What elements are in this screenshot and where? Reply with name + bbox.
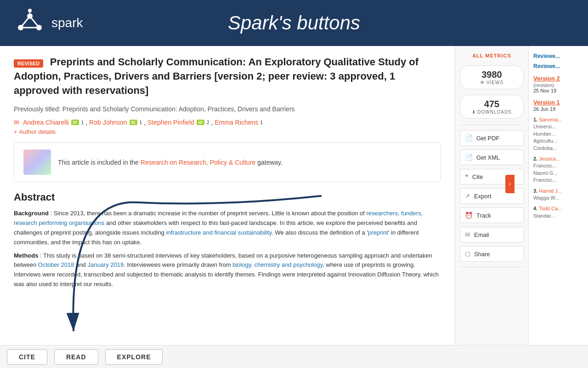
download-icon: ⬇ — [472, 109, 476, 115]
author-stephen[interactable]: Stephen Pinfield — [147, 119, 194, 126]
abstract-background: Background : Since 2013, there has been … — [14, 209, 441, 247]
version-2-date: 25 Nov 19 — [533, 88, 583, 93]
spark-logo-icon — [14, 7, 46, 39]
version-1-date: 26 Jun 19 — [533, 106, 583, 112]
cite-icon: ❝ — [465, 173, 469, 180]
authors-line: ✉ Andrea Chiarelli iD 1, Rob Johnson iD … — [14, 119, 441, 126]
orcid-badge-2: iD — [130, 120, 137, 125]
main-container: REVISED Preprints and Scholarly Communic… — [0, 46, 588, 368]
ref-num-3: 3. — [533, 188, 537, 194]
article-title-area: REVISED Preprints and Scholarly Communic… — [14, 55, 441, 98]
plus-icon: + — [14, 128, 17, 135]
methods-label: Methods — [14, 252, 38, 259]
ref-item-1: 1. Sarvena... Universi...Humber...Agricu… — [533, 116, 583, 152]
orcid-badge-1: iD — [71, 120, 79, 125]
ref-name-4: Todd Ca... — [539, 206, 562, 211]
pdf-icon: 📄 — [465, 134, 473, 142]
read-bottom-button[interactable]: READ — [54, 349, 98, 365]
sup-2: 1 — [140, 120, 142, 125]
author-details-link[interactable]: + Author details — [14, 128, 441, 135]
ref-name-3: Hamid J... — [539, 188, 562, 194]
orcid-badge-3: iD — [197, 120, 204, 125]
gateway-box: This article is included in the Research… — [14, 142, 441, 182]
sup-1: 1 — [81, 120, 84, 125]
downloads-count: 475 — [464, 99, 520, 109]
gateway-thumbnail — [23, 150, 51, 175]
reviewer-label-2: Reviewe... — [533, 63, 583, 69]
get-xml-button[interactable]: 📄 Get XML — [460, 150, 524, 165]
ref-inst-1: Universi...Humber...Agricultu...Córdoba.… — [533, 123, 583, 152]
metrics-header: ALL METRICS — [460, 53, 524, 61]
logo-text: spark — [51, 16, 83, 30]
ref-name-1: Sarvena... — [539, 117, 562, 122]
abstract-methods: Methods : This study is based on 38 semi… — [14, 251, 441, 289]
gateway-link[interactable]: Research on Research, Policy & Culture — [141, 159, 256, 166]
svg-point-6 — [28, 9, 32, 12]
xml-icon: 📄 — [465, 154, 473, 161]
version-2-item: Version 2 (revision) 25 Nov 19 — [533, 74, 583, 93]
version-1-link[interactable]: Version 1 — [533, 99, 560, 106]
page-title: Spark's buttons — [228, 12, 360, 34]
email-icon: ✉ — [14, 119, 19, 126]
export-label: Export — [474, 193, 492, 200]
previously-titled: Previously titled: Preprints and Scholar… — [14, 104, 441, 114]
bottom-bar: CITE READ EXPLORE — [0, 345, 588, 368]
background-text: : Since 2013, there has been a dramatic … — [14, 210, 423, 245]
views-label: 👁 VIEWS — [464, 80, 520, 85]
get-pdf-button[interactable]: 📄 Get PDF — [460, 130, 524, 146]
svg-line-4 — [30, 16, 39, 28]
email-label: Email — [474, 231, 489, 238]
ref-num-4: 4. — [533, 206, 537, 211]
author-andrea[interactable]: Andrea Chiarelli — [23, 119, 69, 126]
ref-item-3: 3. Hamid J... Wagga W... — [533, 188, 583, 202]
gateway-prefix: This article is included in the — [58, 159, 139, 166]
ref-item-4: 4. Todd Ca... Standar... — [533, 205, 583, 219]
content-area: REVISED Preprints and Scholarly Communic… — [0, 46, 455, 368]
cite-label: Cite — [472, 173, 483, 180]
author-rob[interactable]: Rob Johnson — [89, 119, 127, 126]
version-2-link[interactable]: Version 2 — [533, 75, 560, 82]
ref-inst-3: Wagga W... — [533, 195, 583, 201]
share-label: Share — [474, 251, 490, 258]
right-sidebar: ALL METRICS 3980 👁 VIEWS 475 ⬇ DOWNLOADS… — [455, 46, 528, 368]
ref-num-2: 2. — [533, 156, 537, 161]
abstract-section: Abstract Background : Since 2013, there … — [14, 191, 441, 289]
gateway-suffix: gateway. — [257, 159, 283, 166]
views-metric: 3980 👁 VIEWS — [460, 65, 524, 89]
ref-num-1: 1. — [533, 117, 537, 122]
version-1-item: Version 1 26 Jun 19 — [533, 98, 583, 112]
cite-bottom-button[interactable]: CITE — [7, 349, 47, 365]
methods-text: : This study is based on 38 semi-structu… — [14, 252, 439, 288]
track-icon: ⏰ — [465, 212, 473, 219]
share-icon: ⬡ — [465, 250, 470, 258]
abstract-title: Abstract — [14, 191, 441, 203]
sup-3: 2 — [207, 120, 209, 125]
ref-inst-2: Francisc...Naomi G...Francisc... — [533, 162, 583, 184]
header: spark Spark's buttons — [0, 0, 588, 46]
explore-bottom-label: EXPLORE — [117, 353, 151, 361]
gateway-text: This article is included in the Research… — [58, 159, 283, 166]
email-button[interactable]: ✉ Email — [460, 227, 524, 242]
downloads-metric: 475 ⬇ DOWNLOADS — [460, 95, 524, 119]
ref-inst-4: Standar... — [533, 213, 583, 219]
downloads-label: ⬇ DOWNLOADS — [464, 109, 520, 115]
email-action-icon: ✉ — [465, 231, 470, 238]
views-count: 3980 — [464, 69, 520, 80]
author-emma[interactable]: Emma Richens — [215, 119, 258, 126]
collapse-panel-button[interactable]: ‹ — [505, 175, 514, 193]
sup-4: 1 — [260, 120, 263, 125]
reference-list: 1. Sarvena... Universi...Humber...Agricu… — [533, 116, 583, 219]
version-2-sub: (revision) — [533, 82, 583, 88]
get-pdf-label: Get PDF — [476, 135, 500, 142]
track-button[interactable]: ⏰ Track — [460, 207, 524, 223]
article-title: Preprints and Scholarly Communication: A… — [14, 56, 418, 96]
eye-icon: 👁 — [480, 80, 485, 85]
share-button[interactable]: ⬡ Share — [460, 246, 524, 262]
export-icon: ↗ — [465, 192, 470, 200]
track-label: Track — [476, 212, 491, 219]
background-label: Background — [14, 210, 49, 217]
logo-area: spark — [14, 7, 83, 39]
explore-bottom-button[interactable]: EXPLORE — [105, 349, 163, 365]
revised-badge: REVISED — [14, 59, 43, 68]
ref-item-2: 2. Jessica... Francisc...Naomi G...Franc… — [533, 155, 583, 184]
